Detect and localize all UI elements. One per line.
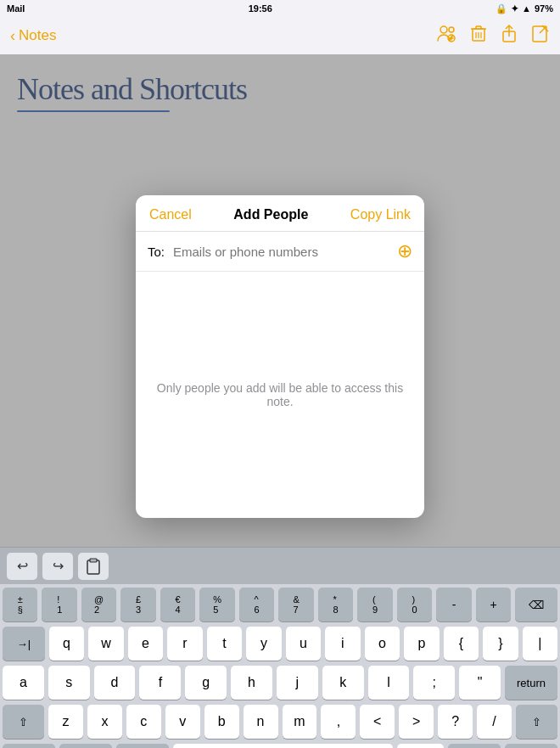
key-caret[interactable]: ^6: [239, 588, 274, 621]
key-rbrace[interactable]: }: [483, 627, 518, 661]
key-i[interactable]: i: [325, 627, 360, 661]
mic-key[interactable]: 🎤: [116, 744, 169, 748]
keyboard-keys: ±§ !1 @2 £3 €4 %5 ^6 &7 *8 (9 )0 - + ⌫ →…: [0, 584, 560, 748]
asdf-row: a s d f g h j k l ; " return: [3, 666, 557, 700]
add-contact-icon[interactable]: ⊕: [397, 240, 412, 262]
shift-left[interactable]: ⇧: [3, 705, 44, 739]
nav-bar: ‹ Notes: [0, 17, 560, 54]
key-r[interactable]: r: [167, 627, 202, 661]
hint-text: Only people you add will be able to acce…: [149, 381, 411, 408]
dialog-header: Cancel Add People Copy Link: [136, 195, 424, 232]
key-f[interactable]: f: [139, 666, 181, 700]
key-g[interactable]: g: [185, 666, 227, 700]
key-lt[interactable]: <: [360, 705, 395, 739]
key-d[interactable]: d: [94, 666, 136, 700]
key-amp[interactable]: &7: [278, 588, 313, 621]
numbers-key-right[interactable]: .123: [448, 744, 501, 748]
zxcv-row: ⇧ z x c v b n m , < > ? / ⇧: [3, 705, 557, 739]
back-label[interactable]: Notes: [19, 27, 56, 44]
key-rparen[interactable]: )0: [397, 588, 432, 621]
key-euro[interactable]: €4: [160, 588, 195, 621]
numbers-key[interactable]: .123: [3, 744, 55, 748]
email-input[interactable]: [173, 245, 392, 259]
key-slash[interactable]: /: [477, 705, 512, 739]
key-exclaim[interactable]: !1: [42, 588, 76, 621]
delete-key[interactable]: ⌫: [515, 588, 557, 621]
key-lparen[interactable]: (9: [357, 588, 392, 621]
key-minus[interactable]: -: [436, 588, 471, 621]
key-c[interactable]: c: [126, 705, 161, 739]
key-gt[interactable]: >: [399, 705, 434, 739]
key-plus[interactable]: +: [476, 588, 511, 621]
share-icon[interactable]: [501, 25, 518, 48]
redo-button[interactable]: ↪: [42, 553, 73, 580]
globe-key[interactable]: 🌐: [59, 744, 112, 748]
key-b[interactable]: b: [204, 705, 239, 739]
key-star[interactable]: *8: [318, 588, 353, 621]
key-lbrace[interactable]: {: [444, 627, 479, 661]
keyboard-area: ↩ ↪ ±§ !1 @2 £3 €4 %5 ^6 &7 *8 (9 )0 - +…: [0, 547, 560, 748]
key-v[interactable]: v: [165, 705, 200, 739]
key-question[interactable]: ?: [438, 705, 473, 739]
cancel-button[interactable]: Cancel: [149, 207, 192, 222]
key-comma[interactable]: ,: [321, 705, 356, 739]
status-time: 19:56: [249, 3, 272, 14]
people-icon[interactable]: [436, 25, 456, 48]
key-o[interactable]: o: [365, 627, 400, 661]
key-e[interactable]: e: [128, 627, 163, 661]
svg-point-0: [440, 26, 447, 33]
key-q[interactable]: q: [49, 627, 84, 661]
keyboard-hide-key[interactable]: ⌨: [505, 744, 557, 748]
qwerty-row: →| q w e r t y u i o p { } |: [3, 627, 557, 661]
key-h[interactable]: h: [231, 666, 272, 700]
space-key[interactable]: [173, 744, 393, 748]
key-s[interactable]: s: [48, 666, 90, 700]
key-n[interactable]: n: [244, 705, 278, 739]
key-x[interactable]: x: [87, 705, 122, 739]
key-pound[interactable]: £3: [120, 588, 155, 621]
undo-button[interactable]: ↩: [7, 553, 37, 580]
svg-point-1: [449, 27, 454, 32]
status-left: Mail: [7, 3, 25, 14]
bluetooth-icon: ✦: [511, 3, 518, 14]
key-k[interactable]: k: [322, 666, 364, 700]
nav-right: [436, 25, 550, 48]
key-pipe[interactable]: |: [523, 627, 557, 661]
carrier-label: Mail: [7, 3, 25, 14]
key-at[interactable]: @2: [81, 588, 116, 621]
shift-right[interactable]: ⇧: [516, 705, 557, 739]
lock-icon: 🔒: [496, 3, 507, 14]
key-t[interactable]: t: [207, 627, 242, 661]
key-z[interactable]: z: [48, 705, 83, 739]
copy-link-button[interactable]: Copy Link: [350, 207, 411, 222]
tab-key[interactable]: →|: [3, 627, 45, 661]
wifi-icon: ▲: [522, 3, 531, 14]
key-a[interactable]: a: [3, 666, 44, 700]
nav-left: ‹ Notes: [10, 27, 56, 45]
compose-icon[interactable]: [531, 25, 550, 48]
dialog-title: Add People: [233, 207, 308, 222]
battery-label: 97%: [535, 3, 553, 14]
clipboard-button[interactable]: [78, 553, 109, 580]
key-quote[interactable]: ": [459, 666, 501, 700]
key-u[interactable]: u: [286, 627, 321, 661]
status-right: 🔒 ✦ ▲ 97%: [496, 3, 553, 14]
add-people-dialog: Cancel Add People Copy Link To: ⊕ Only p…: [136, 195, 424, 518]
key-plusminus[interactable]: ±§: [3, 588, 37, 621]
back-arrow-icon[interactable]: ‹: [10, 27, 15, 45]
key-m[interactable]: m: [283, 705, 317, 739]
svg-rect-19: [90, 559, 97, 562]
key-w[interactable]: w: [88, 627, 123, 661]
key-l[interactable]: l: [368, 666, 410, 700]
status-bar: Mail 19:56 🔒 ✦ ▲ 97%: [0, 0, 560, 17]
at-symbol-key[interactable]: @: [397, 744, 444, 748]
key-p[interactable]: p: [404, 627, 439, 661]
key-semicolon[interactable]: ;: [413, 666, 455, 700]
to-label: To:: [148, 245, 168, 259]
keyboard-toolbar: ↩ ↪: [0, 547, 560, 584]
key-percent[interactable]: %5: [199, 588, 234, 621]
trash-icon[interactable]: [470, 25, 487, 48]
key-j[interactable]: j: [277, 666, 318, 700]
return-key[interactable]: return: [505, 666, 557, 700]
key-y[interactable]: y: [246, 627, 281, 661]
